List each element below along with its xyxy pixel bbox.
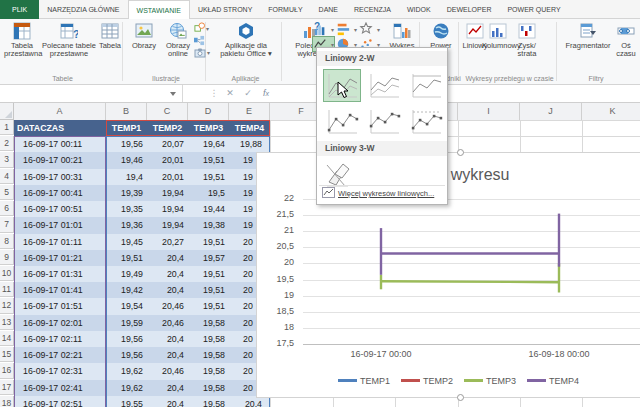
- cell-temp[interactable]: 19,58: [188, 315, 230, 331]
- cell-temp[interactable]: 19,51: [106, 250, 148, 266]
- cell-temp[interactable]: 19,46: [106, 152, 148, 168]
- chart-resize-handle-top[interactable]: [457, 149, 464, 156]
- pivot-table-button[interactable]: Tabelaprzestawna: [4, 21, 40, 58]
- more-line-charts-item[interactable]: Więcej wykresów liniowych...: [317, 187, 447, 201]
- cell-date[interactable]: 16-09-17 00:41: [14, 185, 106, 201]
- cell-temp[interactable]: 19,62: [106, 363, 148, 379]
- cell-temp[interactable]: 20,4: [147, 282, 189, 298]
- cell-temp[interactable]: 19,58: [188, 363, 230, 379]
- cell-temp[interactable]: 19,62: [106, 380, 148, 396]
- column-header-K[interactable]: K: [582, 103, 640, 120]
- row-header-17[interactable]: 17: [0, 380, 14, 395]
- cell-temp[interactable]: 19,57: [188, 250, 230, 266]
- shapes-button[interactable]: [194, 22, 205, 33]
- cell-temp[interactable]: 20,4: [147, 380, 189, 396]
- cell-temp4[interactable]: 19: [243, 152, 253, 168]
- row-header-10[interactable]: 10: [0, 266, 14, 281]
- row-header-18[interactable]: 18: [0, 396, 14, 407]
- cell-header-TEMP2[interactable]: TEMP2: [147, 120, 188, 136]
- embedded-chart[interactable]: Tytuł wykresu2221,52120,52019,51918,5181…: [256, 152, 640, 398]
- legend-TEMP1[interactable]: TEMP1: [338, 375, 390, 387]
- cell-temp4[interactable]: 19: [243, 201, 253, 217]
- tab-file[interactable]: PLIK: [0, 0, 39, 19]
- column-header-D[interactable]: D: [188, 103, 229, 120]
- cell-temp[interactable]: 19,64: [188, 136, 230, 152]
- cell-temp[interactable]: 19,45: [106, 234, 148, 250]
- tab-wstawianie[interactable]: WSTAWIANIE: [128, 0, 190, 19]
- menu-thumb-100-m[interactable]: [407, 105, 445, 138]
- cell-date[interactable]: 16-09-17 02:01: [14, 315, 106, 331]
- cell-temp[interactable]: 19,58: [188, 396, 230, 407]
- cell-temp[interactable]: 19,56: [106, 331, 148, 347]
- cell-temp4[interactable]: 19: [243, 217, 253, 233]
- row-header-12[interactable]: 12: [0, 298, 14, 313]
- screenshot-button[interactable]: [194, 48, 206, 58]
- cell-temp[interactable]: 19,49: [106, 266, 148, 282]
- cell-temp[interactable]: 19,56: [106, 136, 148, 152]
- cell-temp[interactable]: 19,51: [188, 298, 230, 314]
- insert-function-icon[interactable]: fx: [258, 85, 274, 102]
- cell-temp[interactable]: 19,54: [106, 298, 148, 314]
- power-map-button[interactable]: Power: [424, 21, 458, 50]
- cell-temp[interactable]: 20,4: [147, 347, 189, 363]
- sparkline-column-button[interactable]: Kolumnowy: [482, 21, 514, 50]
- online-pictures-button[interactable]: Obrazyonline: [161, 21, 195, 58]
- cell-date[interactable]: 16-09-17 01:21: [14, 250, 106, 266]
- cell-temp[interactable]: 19,51: [188, 152, 230, 168]
- smartart-button[interactable]: [194, 35, 205, 46]
- row-header-16[interactable]: 16: [0, 363, 14, 378]
- pivot-chart-button[interactable]: Wykres: [385, 21, 419, 50]
- cell-date[interactable]: 16-09-17 02:51: [14, 396, 106, 407]
- cell-temp[interactable]: 19,59: [106, 315, 148, 331]
- cell-temp[interactable]: 20,4: [147, 266, 189, 282]
- cell-temp4[interactable]: 19,88: [229, 136, 266, 152]
- cell-temp[interactable]: 19,51: [188, 169, 230, 185]
- cell-date[interactable]: 16-09-17 02:21: [14, 347, 106, 363]
- cell-temp[interactable]: 19,35: [106, 201, 148, 217]
- legend-TEMP3[interactable]: TEMP3: [464, 375, 516, 387]
- cell-A1[interactable]: DATACZAS: [14, 120, 106, 136]
- cell-temp[interactable]: 19,44: [188, 201, 230, 217]
- menu-thumb-stacked[interactable]: [365, 69, 403, 102]
- cell-temp4[interactable]: 20: [243, 363, 253, 379]
- cell-date[interactable]: 16-09-17 00:11: [14, 136, 106, 152]
- name-box-dropdown-icon[interactable]: [170, 92, 176, 96]
- tab-recenzja[interactable]: RECENZJA: [346, 0, 399, 19]
- cell-temp[interactable]: 19,51: [188, 282, 230, 298]
- tab-power-query[interactable]: POWER QUERY: [499, 0, 568, 19]
- cell-header-TEMP4[interactable]: TEMP4: [229, 120, 270, 136]
- column-header-B[interactable]: B: [106, 103, 147, 120]
- cell-temp4[interactable]: 20: [243, 331, 253, 347]
- tab-uk-ad-strony[interactable]: UKŁAD STRONY: [190, 0, 260, 19]
- cell-temp[interactable]: 19,38: [188, 217, 230, 233]
- cell-temp4[interactable]: 20: [243, 234, 253, 250]
- cell-temp[interactable]: 19,36: [106, 217, 148, 233]
- cell-temp[interactable]: 19,5: [188, 185, 230, 201]
- cell-temp[interactable]: 20,01: [147, 169, 189, 185]
- cell-temp[interactable]: 19,94: [147, 217, 189, 233]
- cell-temp4[interactable]: 20: [243, 298, 253, 314]
- column-header-I[interactable]: I: [458, 103, 520, 120]
- cell-temp[interactable]: 19,39: [106, 185, 148, 201]
- insert-stock-chart-button[interactable]: ▾: [359, 22, 380, 36]
- timeline-button[interactable]: Ośczasu: [613, 21, 639, 58]
- select-all-corner[interactable]: [0, 103, 14, 120]
- row-header-15[interactable]: 15: [0, 347, 14, 362]
- column-header-A[interactable]: A: [14, 103, 106, 120]
- cell-temp4[interactable]: 20: [243, 266, 253, 282]
- row-header-1[interactable]: 1: [0, 120, 14, 135]
- cell-temp[interactable]: 20,07: [147, 136, 189, 152]
- cell-temp[interactable]: 19,51: [188, 266, 230, 282]
- row-header-13[interactable]: 13: [0, 315, 14, 330]
- cell-temp[interactable]: 20,46: [147, 298, 189, 314]
- column-header-C[interactable]: C: [147, 103, 188, 120]
- cell-temp4[interactable]: 20: [243, 282, 253, 298]
- cell-temp[interactable]: 19,94: [147, 201, 189, 217]
- row-header-5[interactable]: 5: [0, 185, 14, 200]
- row-header-8[interactable]: 8: [0, 234, 14, 249]
- menu-thumb-line-m[interactable]: [323, 105, 361, 138]
- cell-temp[interactable]: 20,46: [147, 315, 189, 331]
- name-box[interactable]: [0, 85, 183, 102]
- cell-temp[interactable]: 20,4: [147, 396, 189, 407]
- cell-temp4[interactable]: 20: [243, 315, 253, 331]
